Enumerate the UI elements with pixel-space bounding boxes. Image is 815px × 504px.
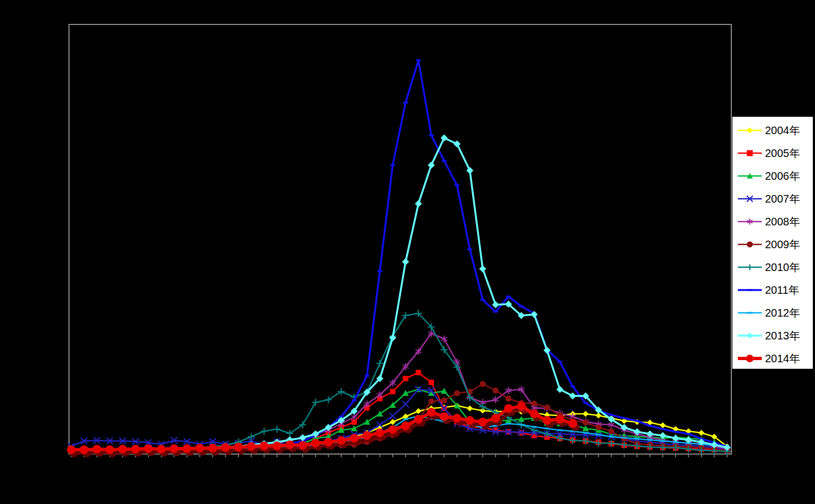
legend-label: 2010年 [765,260,800,275]
legend-label: 2012年 [765,306,800,320]
legend-item-2013: 2013年 [737,324,813,347]
legend-marker-dash-icon [737,307,765,319]
legend-marker-x-icon [737,193,765,205]
series-2011年 [69,59,730,450]
legend-item-2014: 2014年 [737,347,813,370]
legend-item-2005: 2005年 [737,142,813,165]
legend-marker-star-icon [737,216,765,228]
legend-marker-diamond-icon [737,124,765,136]
legend-label: 2008年 [765,215,800,229]
legend-marker-plus-icon [737,261,765,273]
legend-item-2010: 2010年 [737,256,813,279]
legend-item-2006: 2006年 [737,165,813,187]
legend-item-2007: 2007年 [737,187,813,210]
legend-label: 2005年 [765,146,800,161]
legend-item-2012: 2012年 [737,301,813,324]
legend-item-2004: 2004年 [737,119,813,142]
plot-area [0,0,815,504]
legend-marker-dash-icon [737,284,765,296]
legend-item-2008: 2008年 [737,210,813,233]
legend: 2004年2005年2006年2007年2008年2009年2010年2011年… [732,117,813,369]
series-2013年 [68,135,731,454]
series-2008年 [68,330,730,454]
legend-label: 2014年 [765,351,800,366]
legend-label: 2006年 [765,169,800,184]
legend-marker-square-icon [737,147,765,159]
legend-item-2011: 2011年 [737,279,813,301]
plot-frame [69,24,731,454]
legend-label: 2013年 [765,329,800,343]
legend-label: 2007年 [765,192,800,206]
legend-label: 2009年 [765,237,800,252]
legend-marker-circle-icon [737,238,765,250]
legend-item-2009: 2009年 [737,233,813,256]
legend-marker-bigcircle-icon [737,352,765,364]
legend-marker-triangle-icon [737,170,765,182]
legend-label: 2004年 [765,123,800,138]
legend-label: 2011年 [765,283,799,298]
series-2005年 [68,370,730,453]
legend-marker-diamond-icon [737,330,765,342]
chart-canvas: 2004年2005年2006年2007年2008年2009年2010年2011年… [0,0,815,504]
